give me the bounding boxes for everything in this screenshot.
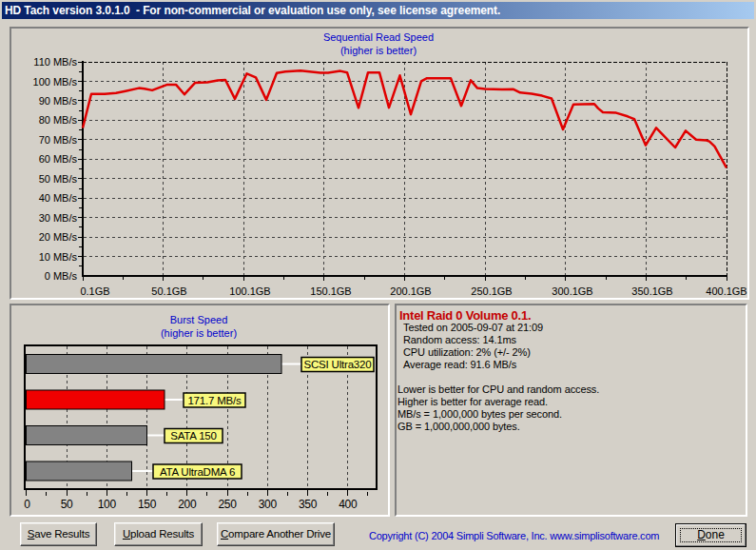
svg-text:400.1GB: 400.1GB [706,285,746,297]
svg-text:110 MB/s: 110 MB/s [33,56,77,68]
svg-text:Burst Speed: Burst Speed [170,314,228,325]
svg-text:171.7 MB/s: 171.7 MB/s [187,395,242,406]
svg-text:250: 250 [218,498,237,511]
svg-text:10 MB/s: 10 MB/s [39,251,78,263]
svg-text:200: 200 [178,498,197,511]
svg-text:0: 0 [24,498,30,511]
svg-text:150.1GB: 150.1GB [310,285,351,297]
svg-text:50 MB/s: 50 MB/s [39,173,78,185]
svg-text:ATA UltraDMA 6: ATA UltraDMA 6 [160,466,235,478]
svg-text:150: 150 [138,498,157,511]
svg-text:70 MB/s: 70 MB/s [39,134,78,146]
svg-text:30 MB/s: 30 MB/s [39,212,78,224]
svg-text:200.1GB: 200.1GB [390,285,431,297]
svg-text:0 MB/s: 0 MB/s [45,270,78,282]
svg-text:(higher is better): (higher is better) [340,45,417,56]
svg-text:300: 300 [259,498,278,511]
svg-text:40 MB/s: 40 MB/s [39,192,78,204]
svg-text:60 MB/s: 60 MB/s [39,153,78,165]
svg-text:100 MB/s: 100 MB/s [33,76,78,88]
svg-text:350: 350 [299,498,318,511]
svg-text:20 MB/s: 20 MB/s [39,231,78,243]
svg-text:100.1GB: 100.1GB [229,285,270,297]
svg-text:100: 100 [98,498,117,511]
svg-text:350.1GB: 350.1GB [631,285,672,297]
svg-text:0.1GB: 0.1GB [80,285,109,297]
svg-text:400: 400 [339,498,358,511]
svg-text:(higher is better): (higher is better) [161,327,237,339]
svg-text:50: 50 [61,498,73,511]
svg-text:SATA 150: SATA 150 [170,430,216,442]
svg-text:SCSI Ultra320: SCSI Ultra320 [304,359,372,370]
svg-text:90 MB/s: 90 MB/s [39,95,78,107]
svg-text:Sequential Read Speed: Sequential Read Speed [323,31,434,43]
svg-text:80 MB/s: 80 MB/s [39,114,78,126]
svg-text:300.1GB: 300.1GB [552,285,592,297]
svg-text:50.1GB: 50.1GB [151,285,186,297]
svg-text:250.1GB: 250.1GB [471,285,512,297]
